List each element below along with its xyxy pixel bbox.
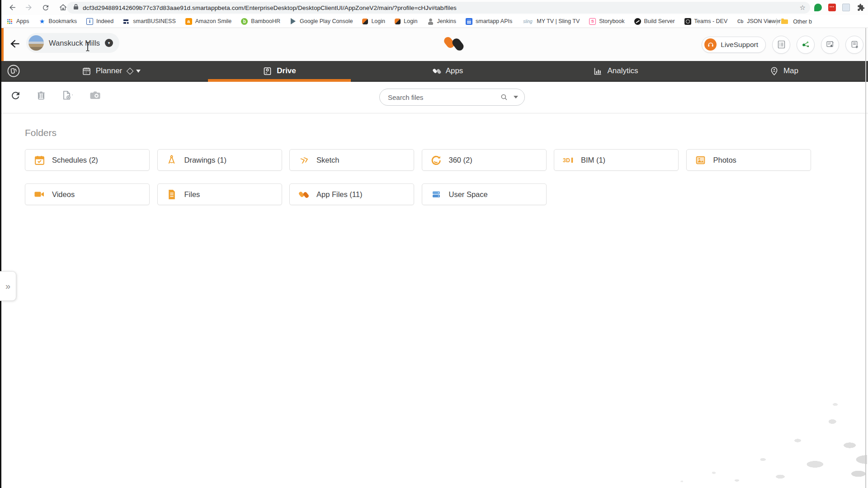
diamond-icon[interactable] xyxy=(127,67,134,75)
action-bar xyxy=(0,82,868,113)
folder-type-icon xyxy=(166,188,178,200)
folder-type-icon xyxy=(298,154,310,166)
workspace-dropdown-badge[interactable]: ▾ xyxy=(105,39,113,47)
bookmark-item[interactable]: Login xyxy=(395,18,418,24)
folder-card[interactable]: Sketch xyxy=(289,149,414,171)
bookmark-item[interactable]: smartapp APIs xyxy=(466,18,512,25)
bookmarks-right-cluster: » Other b xyxy=(769,15,812,28)
bookmark-item[interactable]: Amazon Smile xyxy=(185,18,232,25)
folder-card[interactable]: Drawings (1) xyxy=(157,149,282,171)
folder-card[interactable]: Files xyxy=(157,183,282,205)
background-texture xyxy=(578,393,867,488)
bookmark-star-icon[interactable]: ☆ xyxy=(800,4,806,12)
tab-planner[interactable]: Planner xyxy=(27,61,195,81)
folder-card[interactable]: Photos xyxy=(686,149,811,171)
tab-apps[interactable]: Apps xyxy=(363,61,532,81)
folder-card[interactable]: App Files (11) xyxy=(289,183,414,205)
bookmark-label: Google Play Console xyxy=(300,18,353,24)
workflow-button[interactable] xyxy=(797,36,815,54)
folder-label: 360 (2) xyxy=(449,156,472,164)
folder-card[interactable]: User Space xyxy=(422,183,547,205)
bookmark-item[interactable]: Apps xyxy=(6,18,29,25)
folder-label: Videos xyxy=(52,190,75,199)
browser-refresh-icon[interactable] xyxy=(40,2,52,14)
bookmark-label: Storybook xyxy=(599,18,624,24)
folder-grid: Schedules (2) Drawings (1) Sketch 360 (2… xyxy=(25,149,843,205)
tab-analytics[interactable]: Analytics xyxy=(532,61,700,81)
folder-type-icon xyxy=(33,154,45,166)
refresh-button[interactable] xyxy=(10,90,21,101)
drive-icon xyxy=(263,66,272,76)
search-input[interactable] xyxy=(388,94,500,101)
bookmark-favicon xyxy=(241,18,248,25)
bookmark-item[interactable]: MY TV | Sling TV xyxy=(522,18,580,25)
bookmark-item[interactable]: Google Play Console xyxy=(290,18,353,25)
bookmark-item[interactable]: Bookmarks xyxy=(39,18,77,25)
bookmark-item[interactable]: Login xyxy=(362,18,385,24)
certificate-button[interactable] xyxy=(821,36,839,54)
bookmark-favicon xyxy=(86,18,93,25)
caret-down-icon[interactable] xyxy=(136,70,141,73)
screen: dcf3d294889142609b77c37d83aae91d.smartap… xyxy=(0,0,868,488)
add-record-button[interactable] xyxy=(845,36,863,54)
rotate-device-icon[interactable] xyxy=(0,61,27,81)
bookmark-item[interactable]: Build Server xyxy=(634,18,675,25)
tab-label: Analytics xyxy=(607,66,638,75)
window-left-edge xyxy=(0,0,1,488)
bookmark-item[interactable]: Jenkins xyxy=(427,18,456,25)
url-bar[interactable]: dcf3d294889142609b77c37d83aae91d.smartap… xyxy=(67,2,810,14)
tab-label: Drive xyxy=(277,66,296,75)
bookmark-item[interactable]: Indeed xyxy=(86,18,113,25)
bookmark-label: Teams - DEV xyxy=(694,18,728,24)
folder-label: Schedules (2) xyxy=(52,156,98,164)
browser-forward-icon[interactable] xyxy=(23,2,34,14)
browser-back-icon[interactable] xyxy=(6,2,18,14)
search-icon[interactable] xyxy=(500,93,508,101)
main-nav: Planner Drive Apps Analytics Map xyxy=(0,61,868,82)
bookmarks-divider xyxy=(776,18,777,25)
camera-button[interactable] xyxy=(89,90,101,101)
bookmark-item[interactable]: Storybook xyxy=(589,18,624,25)
bookmark-label: Indeed xyxy=(96,18,113,24)
chevron-down-icon: ▾ xyxy=(108,41,110,45)
extension-pale-icon[interactable] xyxy=(842,4,850,11)
lock-icon xyxy=(73,4,79,12)
bookmark-item[interactable]: smartBUSINESS xyxy=(123,18,175,25)
double-chevron-icon: » xyxy=(5,281,10,291)
extensions-puzzle-icon[interactable] xyxy=(856,3,865,12)
bookmarks-overflow-chevron[interactable]: » xyxy=(769,18,772,25)
folder-label: BIM (1) xyxy=(581,156,605,164)
extension-green-icon[interactable] xyxy=(814,4,822,11)
search-box xyxy=(379,89,525,106)
delete-button[interactable] xyxy=(36,90,47,101)
folder-label: App Files (11) xyxy=(316,190,362,199)
folder-card[interactable]: 3D BIM (1) xyxy=(554,149,679,171)
other-bookmarks-label[interactable]: Other b xyxy=(793,19,812,25)
bookmarks-bar: Apps Bookmarks Indeed smartBUSINESS xyxy=(0,15,868,28)
tab-drive[interactable]: Drive xyxy=(195,61,363,81)
tab-map[interactable]: Map xyxy=(700,61,868,81)
bookmark-label: smartapp APIs xyxy=(476,18,512,24)
folder-card[interactable]: Videos xyxy=(25,183,150,205)
livesupport-button[interactable]: LiveSupport xyxy=(702,37,766,53)
calendar-icon xyxy=(82,66,91,76)
forms-button[interactable] xyxy=(772,36,790,54)
tab-label: Apps xyxy=(446,66,463,75)
folder-card[interactable]: Schedules (2) xyxy=(25,149,150,171)
folder-label: Sketch xyxy=(316,156,339,164)
bookmark-label: Build Server xyxy=(644,18,675,24)
folder-card[interactable]: 360 (2) xyxy=(422,149,547,171)
folder-type-icon xyxy=(695,154,707,166)
bookmark-item[interactable]: BambooHR xyxy=(241,18,280,25)
extension-red-icon[interactable] xyxy=(828,4,836,11)
sidebar-expander[interactable]: » xyxy=(0,271,16,301)
add-file-button[interactable] xyxy=(61,89,75,101)
bookmark-favicon xyxy=(466,18,472,25)
app-back-button[interactable] xyxy=(9,38,22,52)
files-content: Folders Schedules (2) Drawings (1) Sketc… xyxy=(0,114,868,488)
workspace-chip[interactable]: Wanskuck Mills ▾ xyxy=(26,33,119,53)
search-options-caret-icon[interactable] xyxy=(514,96,518,99)
bookmark-label: Login xyxy=(404,18,418,24)
workspace-avatar xyxy=(28,35,44,51)
bookmark-item[interactable]: Teams - DEV xyxy=(684,18,728,25)
